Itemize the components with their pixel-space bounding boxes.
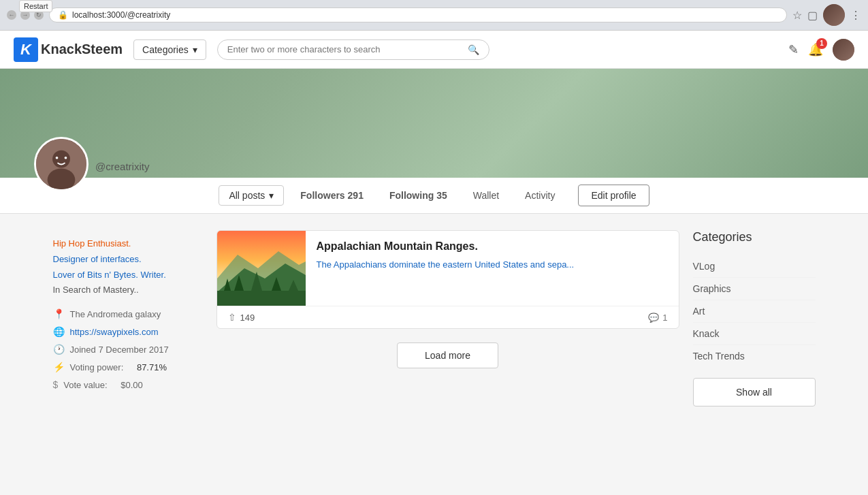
center-feed: Appalachian Mountain Ranges. The Appalac… xyxy=(216,230,679,406)
browser-actions: ☆ ▢ ⋮ xyxy=(792,4,861,26)
post-votes: ⇧ 149 xyxy=(228,312,255,323)
profile-username: @creatrixity xyxy=(95,161,149,172)
wallet-tab[interactable]: Wallet xyxy=(464,185,509,206)
svg-rect-8 xyxy=(217,291,306,306)
bio-line-3: Lover of Bits n' Bytes. Writer. xyxy=(53,268,203,283)
notification-badge: 1 xyxy=(816,38,827,49)
svg-point-3 xyxy=(56,157,59,159)
avatar-image xyxy=(833,39,854,61)
url-text: localhost:3000/@creatrixity xyxy=(72,10,170,20)
comment-icon: 💬 xyxy=(648,313,659,323)
logo[interactable]: K KnackSteem xyxy=(14,37,123,62)
category-item-tech-trends[interactable]: Tech Trends xyxy=(693,345,816,367)
edit-icon[interactable]: ✎ xyxy=(788,42,799,57)
svg-point-4 xyxy=(65,157,67,159)
categories-list: VLog Graphics Art Knack Tech Trends xyxy=(693,255,816,367)
vote-value-meta: $ Vote value: $0.00 xyxy=(53,379,203,390)
website-meta: 🌐 https://swaypixels.com xyxy=(53,326,203,337)
profile-avatar xyxy=(34,137,89,191)
bookmark-icon[interactable]: ☆ xyxy=(792,9,802,22)
search-icon: 🔍 xyxy=(468,44,479,55)
category-item-art[interactable]: Art xyxy=(693,300,816,323)
user-avatar[interactable] xyxy=(833,39,854,61)
edit-profile-button[interactable]: Edit profile xyxy=(578,185,649,206)
activity-tab[interactable]: Activity xyxy=(515,185,564,206)
navbar-right: ✎ 🔔 1 xyxy=(788,39,854,61)
following-tab[interactable]: Following 35 xyxy=(380,185,457,206)
location-meta: 📍 The Andromeda galaxy xyxy=(53,308,203,319)
categories-dropdown-button[interactable]: Categories ▾ xyxy=(133,39,206,60)
bio-line-2: Designer of interfaces. xyxy=(53,253,203,267)
search-input[interactable] xyxy=(227,44,462,54)
bio-text-2: Designer of interfaces. xyxy=(53,254,142,264)
lock-icon: 🔒 xyxy=(58,10,68,20)
categories-title: Categories xyxy=(693,230,816,244)
menu-icon[interactable]: ⋮ xyxy=(850,9,861,22)
profile-avatar-area xyxy=(34,137,89,191)
category-item-vlog[interactable]: VLog xyxy=(693,255,816,278)
post-excerpt: The Appalachians dominate the eastern Un… xyxy=(317,258,668,272)
logo-text: KnackSteem xyxy=(41,42,123,57)
svg-point-1 xyxy=(52,150,70,168)
notifications-button[interactable]: 🔔 1 xyxy=(808,42,823,57)
globe-icon: 🌐 xyxy=(53,326,65,337)
bio-text-4: In Search of Mastery.. xyxy=(53,285,139,295)
post-comments: 💬 1 xyxy=(648,313,667,323)
logo-icon: K xyxy=(14,37,38,62)
joined-meta: 🕐 Joined 7 December 2017 xyxy=(53,344,203,355)
bio-text-3: Lover of Bits n' Bytes. Writer. xyxy=(53,270,166,280)
followers-tab[interactable]: Followers 291 xyxy=(291,185,373,206)
post-thumbnail xyxy=(217,231,306,306)
bio: Hip Hop Enthusiast. Designer of interfac… xyxy=(53,237,203,298)
browser-chrome: Restart ← → ↻ 🔒 localhost:3000/@creatrix… xyxy=(0,0,868,31)
svg-point-2 xyxy=(48,168,76,191)
lightning-icon: ⚡ xyxy=(53,362,65,372)
post-footer: ⇧ 149 💬 1 xyxy=(217,306,679,328)
navbar: K KnackSteem Categories ▾ 🔍 ✎ 🔔 1 xyxy=(0,31,868,69)
main-content: Hip Hop Enthusiast. Designer of interfac… xyxy=(26,214,843,423)
chevron-down-icon: ▾ xyxy=(269,190,274,201)
profile-tabs: All posts ▾ Followers 291 Following 35 W… xyxy=(0,178,868,214)
bio-text-1: Hip Hop Enthusiast. xyxy=(53,238,131,249)
upvote-icon: ⇧ xyxy=(228,312,236,323)
chevron-down-icon: ▾ xyxy=(193,44,197,55)
browser-user-avatar[interactable] xyxy=(823,4,845,26)
vote-count: 149 xyxy=(240,313,255,323)
all-posts-dropdown[interactable]: All posts ▾ xyxy=(219,185,284,206)
post-title: Appalachian Mountain Ranges. xyxy=(317,240,668,253)
back-button[interactable]: ← xyxy=(7,10,16,20)
clock-icon: 🕐 xyxy=(53,344,65,355)
website-link[interactable]: https://swaypixels.com xyxy=(70,327,159,337)
restart-tooltip: Restart xyxy=(19,0,52,12)
comment-count: 1 xyxy=(662,313,667,323)
post-card[interactable]: Appalachian Mountain Ranges. The Appalac… xyxy=(216,230,679,329)
bio-line-4: In Search of Mastery.. xyxy=(53,283,203,298)
avatar-svg xyxy=(36,137,86,191)
left-sidebar: Hip Hop Enthusiast. Designer of interfac… xyxy=(53,230,203,406)
load-more-button[interactable]: Load more xyxy=(397,342,498,368)
location-icon: 📍 xyxy=(53,308,65,319)
category-item-graphics[interactable]: Graphics xyxy=(693,278,816,300)
address-bar[interactable]: 🔒 localhost:3000/@creatrixity xyxy=(49,7,787,22)
right-sidebar: Categories VLog Graphics Art Knack Tech … xyxy=(693,230,816,406)
profile-hero: @creatrixity xyxy=(0,69,868,178)
search-bar[interactable]: 🔍 xyxy=(217,39,489,60)
post-card-inner: Appalachian Mountain Ranges. The Appalac… xyxy=(217,231,679,306)
extensions-icon[interactable]: ▢ xyxy=(807,9,818,22)
bio-line-1: Hip Hop Enthusiast. xyxy=(53,237,203,251)
dollar-icon: $ xyxy=(53,379,59,390)
voting-power-meta: ⚡ Voting power: 87.71% xyxy=(53,362,203,372)
category-item-knack[interactable]: Knack xyxy=(693,323,816,345)
show-all-button[interactable]: Show all xyxy=(693,378,816,406)
post-content: Appalachian Mountain Ranges. The Appalac… xyxy=(306,231,679,306)
